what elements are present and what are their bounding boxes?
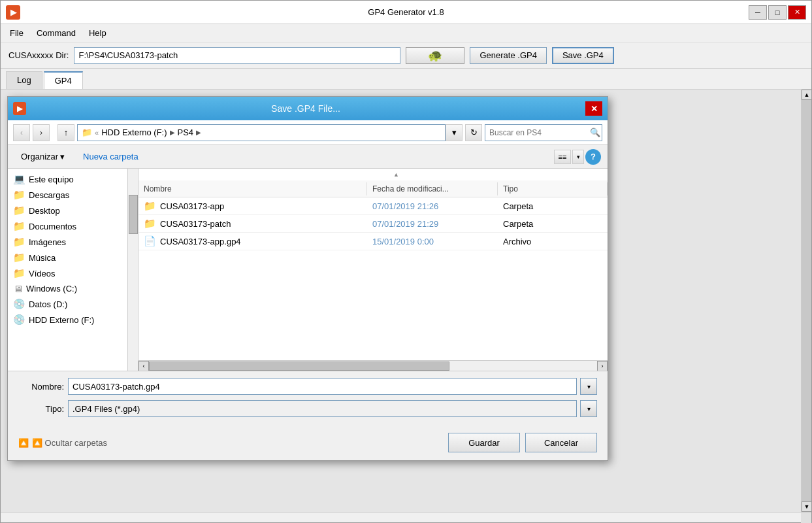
refresh-button[interactable]: ↻	[465, 124, 482, 141]
breadcrumb-prefix: «	[95, 129, 99, 137]
tree-item-desktop[interactable]: 📁 Desktop	[8, 203, 138, 218]
dialog-close-button[interactable]: ✕	[585, 101, 602, 116]
main-scrollbar[interactable]: ▲ ▼	[801, 90, 811, 512]
tree-item-videos[interactable]: 📁 Vídeos	[8, 265, 138, 281]
col-name[interactable]: Nombre	[138, 182, 367, 195]
bottom-scroll-track[interactable]	[1, 513, 801, 522]
computer-icon: 💻	[13, 173, 25, 185]
menu-file[interactable]: File	[5, 26, 29, 40]
tab-gp4[interactable]: GP4	[44, 71, 83, 89]
folder-icon: 📁	[13, 189, 25, 201]
folder-icon: 📁	[144, 200, 156, 212]
col-date[interactable]: Fecha de modificaci...	[367, 182, 498, 195]
hide-folders-button[interactable]: 🔼 🔼 Ocultar carpetas	[18, 438, 107, 448]
folder-icon: 📁	[13, 252, 25, 263]
folder-icon: 📁	[13, 267, 25, 279]
dialog-overlay: ▶ Save .GP4 File... ✕ ‹ › ↑ 📁 « HDD Exte…	[1, 90, 801, 512]
drive-icon: 🖥	[13, 283, 23, 294]
file-icon: 📄	[144, 235, 156, 247]
tree-scrollbar[interactable]	[127, 169, 138, 371]
tree-item-imagenes[interactable]: 📁 Imágenes	[8, 234, 138, 250]
dialog-form: Nombre: ▾ Tipo: ▾	[8, 371, 608, 429]
scroll-track[interactable]	[149, 361, 597, 371]
hide-folders-icon: 🔼	[18, 438, 29, 448]
breadcrumb-folder[interactable]: PS4	[178, 127, 194, 137]
save-gp4-button[interactable]: Save .GP4	[552, 47, 614, 64]
close-button[interactable]: ✕	[788, 5, 806, 20]
tree-item-windowsc[interactable]: 🖥 Windows (C:)	[8, 281, 138, 296]
organize-dropdown-icon: ▾	[60, 152, 65, 161]
dialog-body: 💻 Este equipo 📁 Descargas 📁 Desktop	[8, 169, 608, 371]
scroll-up-button[interactable]: ▲	[802, 90, 811, 100]
breadcrumb-dropdown-button[interactable]: ▾	[446, 124, 463, 141]
help-button[interactable]: ?	[585, 149, 601, 165]
name-row: Nombre: ▾	[18, 378, 597, 395]
table-row[interactable]: 📄 CUSA03173-app.gp4 15/01/2019 0:00 Arch…	[138, 233, 608, 250]
cancel-button[interactable]: Cancelar	[525, 433, 597, 452]
search-box: 🔍	[485, 124, 602, 141]
search-input[interactable]	[489, 128, 587, 137]
scroll-down-button[interactable]: ▼	[802, 501, 811, 512]
tree-item-datosd[interactable]: 💿 Datos (D:)	[8, 296, 138, 312]
maximize-button[interactable]: □	[768, 5, 787, 20]
app-icon: ▶	[6, 5, 20, 20]
type-label: Tipo:	[18, 404, 64, 414]
new-folder-button[interactable]: Nueva carpeta	[76, 150, 145, 163]
horizontal-scrollbar[interactable]: ‹ ›	[138, 360, 608, 371]
dialog-actions: 🔼 🔼 Ocultar carpetas Guardar Cancelar	[8, 429, 608, 460]
file-name-cell: 📁 CUSA03173-app	[138, 200, 367, 212]
scroll-right-button[interactable]: ›	[597, 361, 608, 371]
tree-label: Música	[29, 253, 56, 263]
file-name-cell: 📄 CUSA03173-app.gp4	[138, 235, 367, 247]
file-date-cell: 15/01/2019 0:00	[367, 237, 498, 246]
dialog-nav: ‹ › ↑ 📁 « HDD Externo (F:) ▶ PS4 ▶ ▾ ↻	[8, 120, 608, 145]
main-window: ▶ GP4 Generator v1.8 ─ □ ✕ File Command …	[0, 0, 812, 523]
col-type[interactable]: Tipo	[498, 182, 608, 195]
filename-dropdown-button[interactable]: ▾	[580, 378, 597, 395]
file-list: 📁 CUSA03173-app 07/01/2019 21:26 Carpeta…	[138, 197, 608, 360]
view-dropdown-button[interactable]: ▾	[572, 150, 584, 164]
tree-item-computer[interactable]: 💻 Este equipo	[8, 171, 138, 187]
breadcrumb-drive[interactable]: HDD Externo (F:)	[101, 127, 167, 137]
menu-help[interactable]: Help	[84, 26, 112, 40]
table-row[interactable]: 📁 CUSA03173-patch 07/01/2019 21:29 Carpe…	[138, 215, 608, 233]
tree-item-hddf[interactable]: 💿 HDD Externo (F:)	[8, 312, 138, 328]
tree-item-musica[interactable]: 📁 Música	[8, 250, 138, 265]
browse-button[interactable]: 🐢	[406, 47, 464, 64]
tree-item-descargas[interactable]: 📁 Descargas	[8, 187, 138, 203]
drive-icon: 💿	[13, 298, 25, 310]
table-row[interactable]: 📁 CUSA03173-app 07/01/2019 21:26 Carpeta	[138, 197, 608, 215]
tree-label: Documentos	[29, 222, 76, 231]
filename-input[interactable]	[68, 378, 577, 395]
file-type-cell: Carpeta	[498, 219, 608, 229]
back-button[interactable]: ‹	[13, 124, 30, 141]
organize-button[interactable]: Organizar ▾	[14, 150, 71, 163]
menu-bar: File Command Help	[1, 24, 811, 42]
nav-tree: 💻 Este equipo 📁 Descargas 📁 Desktop	[8, 169, 138, 371]
content-area: ▶ Save .GP4 File... ✕ ‹ › ↑ 📁 « HDD Exte…	[1, 90, 811, 512]
title-bar-left: ▶	[6, 5, 20, 20]
filetype-dropdown-button[interactable]: ▾	[580, 400, 597, 417]
file-list-header: Nombre Fecha de modificaci... Tipo	[138, 180, 608, 197]
search-icon: 🔍	[590, 127, 600, 137]
toolbar-row: CUSAxxxxx Dir: 🐢 Generate .GP4 Save .GP4	[1, 42, 811, 69]
menu-command[interactable]: Command	[31, 26, 81, 40]
dir-input[interactable]	[74, 47, 400, 64]
tree-item-documentos[interactable]: 📁 Documentos	[8, 218, 138, 234]
tree-label: HDD Externo (F:)	[29, 315, 94, 325]
bottom-scrollbar[interactable]	[1, 512, 811, 522]
tab-log[interactable]: Log	[6, 71, 42, 89]
up-button[interactable]: ↑	[57, 124, 74, 141]
scroll-left-button[interactable]: ‹	[138, 361, 149, 371]
forward-button[interactable]: ›	[33, 124, 50, 141]
scrollbar-thumb	[802, 100, 811, 501]
tree-label: Windows (C:)	[26, 284, 77, 294]
title-bar: ▶ GP4 Generator v1.8 ─ □ ✕	[1, 1, 811, 24]
view-list-button[interactable]: ≡≡	[554, 150, 571, 164]
folder-icon: 📁	[13, 205, 25, 216]
save-button[interactable]: Guardar	[448, 433, 520, 452]
hide-folders-label: 🔼 Ocultar carpetas	[32, 438, 107, 448]
filetype-input[interactable]	[68, 400, 577, 417]
generate-button[interactable]: Generate .GP4	[470, 47, 546, 64]
minimize-button[interactable]: ─	[749, 5, 767, 20]
